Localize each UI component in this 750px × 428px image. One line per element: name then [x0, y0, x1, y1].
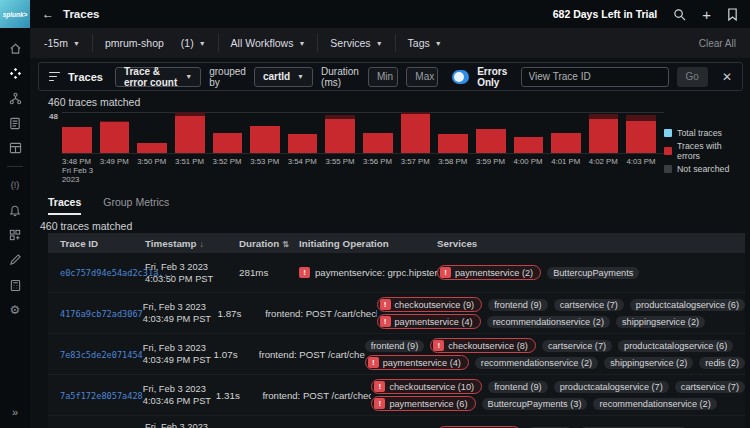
chart-bar[interactable] — [175, 112, 205, 153]
dashboards-icon[interactable] — [6, 140, 24, 156]
legend-item[interactable]: Total traces — [664, 128, 746, 138]
services-dropdown[interactable]: Services▼ — [318, 34, 395, 52]
trace-id-link[interactable]: 7e83c5de2e071454 — [60, 350, 143, 360]
service-chip[interactable]: frontend (9) — [488, 381, 548, 393]
service-chip[interactable]: cartservice (7) — [554, 299, 624, 311]
chart-bar[interactable] — [626, 115, 656, 153]
alerts-bell-icon[interactable] — [6, 202, 24, 218]
chart-bar[interactable] — [288, 134, 318, 153]
chart-bar[interactable] — [514, 137, 544, 153]
chevron-down-icon: ▼ — [376, 40, 383, 47]
service-chip[interactable]: productcatalogservice (6) — [630, 299, 745, 311]
service-chip[interactable]: redis (2) — [699, 357, 745, 369]
legend-item[interactable]: Not searched — [664, 164, 746, 174]
service-error-chip[interactable]: !paymentservice (2) — [437, 265, 541, 280]
log-observer-icon[interactable] — [6, 115, 24, 131]
group-field-dropdown[interactable]: cartId▼ — [254, 67, 313, 87]
service-chip[interactable]: productcatalogservice (6) — [618, 340, 733, 352]
service-chip[interactable]: shippingservice (2) — [604, 357, 693, 369]
duration-min-stepper[interactable]: Min ▲▼ — [368, 67, 398, 87]
chart-bar[interactable] — [551, 133, 581, 153]
bar-error-segment — [589, 119, 619, 153]
data-configuration-icon[interactable] — [6, 277, 24, 293]
count-mode-dropdown[interactable]: Trace & error count▼ — [115, 67, 201, 87]
x-axis-tick-label: 3:48 PMFri Feb 32023 — [62, 154, 100, 184]
chart-bar[interactable] — [100, 121, 130, 153]
service-chip[interactable]: shippingservice (2) — [616, 316, 705, 328]
splunk-logo[interactable]: splunk> — [0, 0, 30, 28]
services-cell: frontend (9)!checkoutservice (8)cartserv… — [365, 334, 745, 374]
service-chip[interactable]: recommendationservice (2) — [475, 357, 598, 369]
service-error-chip[interactable]: !paymentservice (4) — [377, 314, 481, 329]
view-trace-id-input[interactable] — [521, 67, 669, 87]
add-icon[interactable]: + — [702, 6, 711, 23]
sidebar-expand-icon[interactable]: » — [12, 398, 18, 428]
detectors-icon[interactable]: (!) — [6, 177, 24, 193]
environment-dropdown[interactable]: pmrum-shop (1) ▼ — [93, 34, 219, 52]
services-cell: !checkoutservice (9)frontend (9)cartserv… — [377, 293, 746, 333]
service-chip[interactable]: cartservice (7) — [675, 381, 745, 393]
tab-group-metrics[interactable]: Group Metrics — [103, 196, 169, 215]
service-chip[interactable]: frontend (9) — [365, 340, 425, 352]
annotate-pencil-icon[interactable] — [6, 252, 24, 268]
duration-max-stepper[interactable]: Max ▲▼ — [406, 67, 438, 87]
apm-icon[interactable] — [6, 65, 24, 81]
chart-bar[interactable] — [137, 143, 167, 153]
col-header-timestamp[interactable]: Timestamp↓ — [145, 238, 239, 249]
services-cell: !checkoutservice (10)frontend (9)product… — [371, 375, 745, 415]
chart-bar[interactable] — [438, 134, 468, 153]
chart-bar[interactable] — [62, 127, 92, 153]
settings-gear-icon[interactable]: ⚙ — [6, 302, 24, 318]
error-icon: ! — [433, 340, 444, 351]
duration-cell: 1.87s — [218, 308, 266, 319]
service-error-chip[interactable]: !checkoutservice (10) — [371, 379, 482, 394]
service-chip[interactable]: recommendationservice (2) — [593, 398, 716, 410]
errors-only-toggle[interactable] — [452, 70, 469, 84]
service-error-chip[interactable]: !checkoutservice (9) — [377, 297, 483, 312]
trial-days-badge[interactable]: 682 Days Left in Trial — [553, 8, 657, 20]
trace-id-link[interactable]: 4176a9cb72ad3067 — [60, 309, 143, 319]
chart-bar[interactable] — [363, 133, 393, 153]
stepper-arrows-icon[interactable]: ▲▼ — [437, 68, 438, 86]
service-error-chip[interactable]: !paymentservice (4) — [365, 355, 469, 370]
col-header-initiating-operation: Initiating Operation — [299, 238, 437, 249]
chart-bar[interactable] — [325, 115, 355, 153]
service-chip[interactable]: recommendationservice (2) — [487, 316, 610, 328]
search-icon[interactable] — [673, 8, 686, 21]
workflows-dropdown[interactable]: All Workflows▼ — [219, 34, 319, 52]
back-arrow-icon[interactable]: ← — [42, 7, 54, 21]
timestamp-line: Fri, Feb 3 2023 — [143, 301, 218, 313]
col-header-trace-id[interactable]: Trace ID — [48, 238, 145, 249]
service-error-chip[interactable]: !checkoutservice (8) — [430, 338, 536, 353]
service-chip[interactable]: ButtercupPayments (3) — [482, 398, 588, 410]
close-icon[interactable]: ✕ — [722, 70, 732, 84]
clear-all-link[interactable]: Clear All — [699, 38, 740, 49]
service-chip[interactable]: frontend (9) — [488, 299, 548, 311]
trace-id-link[interactable]: 7a5f172e8057a428 — [60, 391, 143, 401]
chart-bar[interactable] — [250, 126, 280, 153]
service-chip[interactable]: ButtercupPayments — [547, 267, 639, 279]
error-icon: ! — [380, 316, 391, 327]
services-line: !checkoutservice (9)frontend (9)cartserv… — [377, 297, 746, 312]
time-range-dropdown[interactable]: -15m▼ — [40, 34, 93, 52]
go-button[interactable]: Go — [677, 67, 708, 87]
col-header-duration[interactable]: Duration⇅ — [239, 238, 299, 249]
chart-bar[interactable] — [401, 112, 431, 153]
duration-cell: 1.31s — [216, 390, 263, 401]
tags-dropdown[interactable]: Tags▼ — [396, 34, 454, 52]
service-chip[interactable]: cartservice (7) — [542, 340, 612, 352]
chart-bar[interactable] — [589, 114, 619, 153]
legend-item[interactable]: Traces with errors — [664, 141, 746, 161]
home-icon[interactable] — [6, 40, 24, 56]
chart-bar[interactable] — [213, 133, 243, 154]
service-chip-label: checkoutservice (8) — [448, 341, 528, 351]
tab-traces[interactable]: Traces — [48, 196, 81, 215]
service-error-chip[interactable]: !paymentservice (6) — [371, 396, 475, 411]
service-chip[interactable]: productcatalogservice (7) — [554, 381, 669, 393]
bookmark-icon[interactable] — [727, 8, 738, 21]
infrastructure-icon[interactable] — [6, 90, 24, 106]
chart-bar[interactable] — [476, 129, 506, 153]
metrics-grid-icon[interactable] — [6, 227, 24, 243]
bar-error-segment — [325, 119, 355, 153]
timestamp-line: 4:03:49 PM PST — [143, 354, 214, 366]
